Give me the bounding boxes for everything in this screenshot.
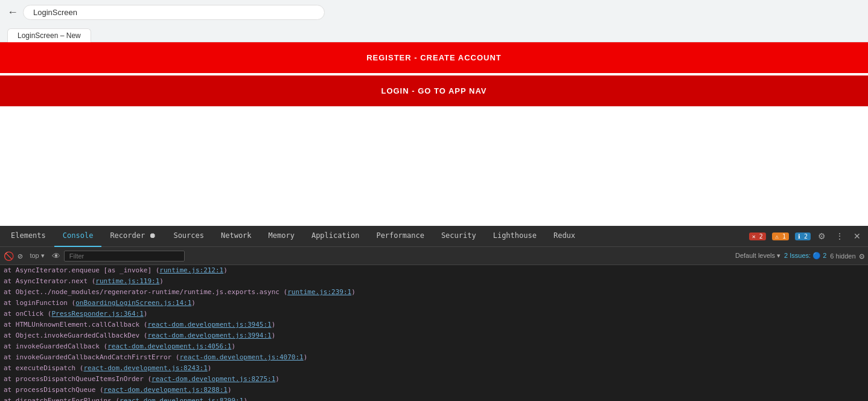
console-line: at dispatchEventsForPlugins (react-dom.d…: [0, 396, 868, 401]
eye-icon[interactable]: 👁: [52, 251, 60, 261]
console-line: at Object../node_modules/regenerator-run…: [0, 287, 868, 298]
filter-icon[interactable]: ⊘: [18, 251, 22, 261]
more-options-icon[interactable]: ⋮: [833, 229, 846, 243]
info-badge[interactable]: ℹ 2: [795, 233, 811, 240]
tab-sources[interactable]: Sources: [165, 226, 212, 247]
console-line: at HTMLUnknownElement.callCallback (reac…: [0, 319, 868, 330]
console-line: at AsyncIterator.next (runtime.js:119:1): [0, 276, 868, 287]
tab-recorder[interactable]: Recorder ⏺: [101, 226, 165, 247]
filter-input[interactable]: [64, 251, 185, 261]
close-devtools-icon[interactable]: ✕: [851, 229, 863, 243]
console-line: at executeDispatch (react-dom.developmen…: [0, 363, 868, 374]
devtools-secondary-bar: 🚫 ⊘ top ▾ 👁 Default levels ▾ 2 Issues: 🔵…: [0, 247, 868, 265]
tab-lighthouse[interactable]: Lighthouse: [485, 226, 545, 247]
devtools-panel: Elements Console Recorder ⏺ Sources Netw…: [0, 226, 868, 401]
clear-console-icon[interactable]: 🚫: [4, 251, 14, 261]
tab-memory[interactable]: Memory: [260, 226, 303, 247]
settings-icon[interactable]: ⚙: [815, 229, 828, 243]
top-selector[interactable]: top ▾: [26, 251, 48, 261]
tab-application[interactable]: Application: [303, 226, 368, 247]
hidden-button[interactable]: 6 hidden: [830, 252, 855, 260]
browser-tab[interactable]: LoginScreen – New: [7, 28, 91, 42]
tab-performance[interactable]: Performance: [368, 226, 432, 247]
console-line: at AsyncIterator.enqueue [as _invoke] (r…: [0, 265, 868, 276]
login-banner[interactable]: LOGIN - GO TO APP NAV: [0, 75, 868, 106]
issues-button[interactable]: 2 Issues: 🔵 2: [784, 252, 826, 260]
devtools-tabbar: Elements Console Recorder ⏺ Sources Netw…: [0, 226, 868, 247]
console-line: at Object.invokeGuardedCallbackDev (reac…: [0, 330, 868, 341]
console-line: at processDispatchQueueItemsInOrder (rea…: [0, 374, 868, 385]
devtools: Elements Console Recorder ⏺ Sources Netw…: [0, 226, 868, 401]
tab-redux[interactable]: Redux: [545, 226, 584, 247]
console-line: at invokeGuardedCallback (react-dom.deve…: [0, 341, 868, 352]
console-line: at loginFunction (onBoardingLoginScreen.…: [0, 298, 868, 309]
browser-tabs: LoginScreen – New: [0, 24, 868, 42]
back-button[interactable]: ←: [7, 6, 18, 19]
warning-badge[interactable]: ⚠ 1: [772, 233, 789, 240]
console-output[interactable]: at AsyncIterator.enqueue [as _invoke] (r…: [0, 265, 868, 401]
console-line: at invokeGuardedCallbackAndCatchFirstErr…: [0, 352, 868, 363]
page-content: REGISTER - CREATE ACCOUNT LOGIN - GO TO …: [0, 42, 868, 226]
tab-security[interactable]: Security: [433, 226, 485, 247]
address-bar[interactable]: LoginScreen: [23, 5, 325, 20]
issues-label: 2 Issues: 🔵 2: [784, 252, 826, 260]
console-line: at processDispatchQueue (react-dom.devel…: [0, 385, 868, 396]
console-line: at onClick (PressResponder.js:364:1): [0, 309, 868, 319]
error-badge[interactable]: ✕ 2: [749, 233, 766, 240]
tab-network[interactable]: Network: [212, 226, 260, 247]
default-levels-button[interactable]: Default levels ▾: [735, 252, 780, 260]
browser-chrome: ← LoginScreen LoginScreen – New: [0, 0, 868, 42]
register-banner[interactable]: REGISTER - CREATE ACCOUNT: [0, 42, 868, 73]
console-settings-icon[interactable]: ⚙: [860, 251, 864, 261]
tab-console[interactable]: Console: [54, 226, 102, 247]
tab-elements[interactable]: Elements: [2, 226, 54, 247]
